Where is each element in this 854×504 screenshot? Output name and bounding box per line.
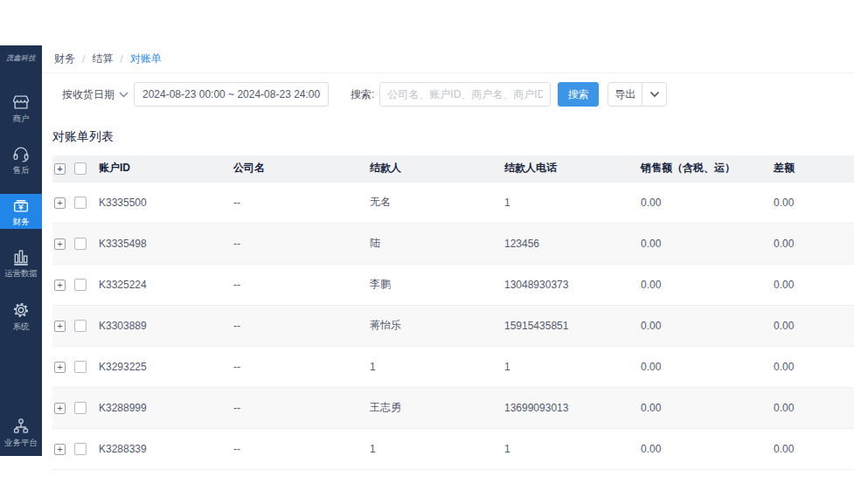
row-checkbox[interactable] <box>74 443 87 455</box>
expand-row-button[interactable]: + <box>54 362 66 373</box>
cell-sales: 0.00 <box>641 346 774 387</box>
app-window: 茂鑫科技 商户 售后 财务 运营数据 系统 业务平台 财务 / 结算 / 对账单 <box>0 0 854 504</box>
cell-account-id: K3303889 <box>99 305 233 346</box>
expand-row-button[interactable]: + <box>54 197 66 209</box>
sidebar-item-label: 系统 <box>13 321 30 332</box>
bar-chart-icon <box>10 247 31 266</box>
statement-table-body: + K3335500 -- 无名 1 0.00 0.00 + K3335498 … <box>52 182 854 469</box>
table-row: + K3335500 -- 无名 1 0.00 0.00 <box>52 182 854 223</box>
cell-account-id: K3293225 <box>99 346 233 387</box>
row-checkbox[interactable] <box>74 279 87 291</box>
storefront-icon <box>10 93 31 112</box>
cell-sales: 0.00 <box>641 387 774 428</box>
select-all-checkbox[interactable] <box>74 162 87 175</box>
sidebar-item-business-platform[interactable]: 业务平台 <box>0 415 42 450</box>
statement-table: + 账户ID 公司名 结款人 结款人电话 销售额（含税、运） 差额 + K333… <box>52 155 854 470</box>
row-checkbox[interactable] <box>74 320 87 332</box>
export-split-button: 导出 <box>608 82 667 107</box>
table-row: + K3303889 -- 蒋怡乐 15915435851 0.00 0.00 <box>52 305 854 346</box>
expand-row-button[interactable]: + <box>54 403 66 414</box>
cell-company: -- <box>233 305 370 346</box>
row-checkbox[interactable] <box>74 197 87 209</box>
cell-account-id: K3325224 <box>99 264 233 305</box>
cell-diff: 0.00 <box>774 305 854 346</box>
expand-row-button[interactable]: + <box>54 238 66 250</box>
cell-payee: 王志勇 <box>370 387 504 428</box>
gear-icon <box>10 300 31 320</box>
cell-company: -- <box>233 346 370 387</box>
cell-payee: 蒋怡乐 <box>370 305 504 346</box>
cell-diff: 0.00 <box>774 346 854 387</box>
cell-diff: 0.00 <box>774 264 854 305</box>
search-label: 搜索: <box>351 87 374 102</box>
date-type-dropdown[interactable]: 按收货日期 <box>62 87 128 102</box>
cell-diff: 0.00 <box>774 223 854 264</box>
filter-bar: 按收货日期 2024-08-23 00:00 ~ 2024-08-23 24:0… <box>42 73 854 117</box>
cell-payee: 1 <box>370 346 504 387</box>
cell-diff: 0.00 <box>774 428 854 469</box>
search-input[interactable] <box>379 82 551 107</box>
main-content: 财务 / 结算 / 对账单 按收货日期 2024-08-23 00:00 ~ 2… <box>42 45 854 504</box>
sidebar-item-finance[interactable]: 财务 <box>0 194 42 229</box>
row-checkbox[interactable] <box>74 402 87 414</box>
column-header-sales: 销售额（含税、运） <box>641 155 774 182</box>
sidebar-item-system[interactable]: 系统 <box>0 299 42 334</box>
sidebar-item-operations-data[interactable]: 运营数据 <box>0 245 42 280</box>
sidebar-nav: 商户 售后 财务 运营数据 系统 业务平台 <box>0 91 42 450</box>
table-row: + K3335498 -- 陆 123456 0.00 0.00 <box>52 223 854 264</box>
app-logo: 茂鑫科技 <box>0 45 42 70</box>
column-header-payee: 结款人 <box>370 155 504 182</box>
sidebar-item-label: 商户 <box>13 113 30 124</box>
breadcrumb-item-finance[interactable]: 财务 <box>54 52 75 66</box>
export-button[interactable]: 导出 <box>608 82 642 107</box>
expand-all-button[interactable]: + <box>54 163 66 175</box>
cell-payee-phone: 1 <box>504 428 641 469</box>
row-checkbox[interactable] <box>74 238 87 250</box>
table-row: + K3288999 -- 王志勇 13699093013 0.00 0.00 <box>52 387 854 428</box>
column-header-account-id: 账户ID <box>99 155 233 182</box>
column-header-payee-phone: 结款人电话 <box>504 155 641 182</box>
breadcrumb-separator: / <box>82 53 85 66</box>
sidebar-item-label: 财务 <box>13 216 30 227</box>
cell-account-id: K3288999 <box>99 387 233 428</box>
expand-row-button[interactable]: + <box>54 444 66 455</box>
cell-company: -- <box>233 182 370 223</box>
cell-sales: 0.00 <box>641 182 774 223</box>
cell-sales: 0.00 <box>641 428 774 469</box>
cell-company: -- <box>233 387 370 428</box>
date-range-input[interactable]: 2024-08-23 00:00 ~ 2024-08-23 24:00 <box>134 82 329 107</box>
table-row: + K3288339 -- 1 1 0.00 0.00 <box>52 428 854 469</box>
table-header-row: + 账户ID 公司名 结款人 结款人电话 销售额（含税、运） 差额 <box>52 155 854 182</box>
cell-payee-phone: 13699093013 <box>504 387 641 428</box>
table-row: + K3325224 -- 李鹏 13048930373 0.00 0.00 <box>52 264 854 305</box>
sidebar: 茂鑫科技 商户 售后 财务 运营数据 系统 业务平台 <box>0 45 42 456</box>
sidebar-item-aftersale[interactable]: 售后 <box>0 142 42 177</box>
expand-row-button[interactable]: + <box>54 321 66 332</box>
cell-payee: 李鹏 <box>370 264 504 305</box>
cell-payee-phone: 13048930373 <box>504 264 641 305</box>
cell-sales: 0.00 <box>641 223 774 264</box>
column-header-diff: 差额 <box>774 155 854 182</box>
date-type-label: 按收货日期 <box>62 87 115 102</box>
table-row: + K3293225 -- 1 1 0.00 0.00 <box>52 346 854 387</box>
export-dropdown-button[interactable] <box>642 82 667 107</box>
cell-sales: 0.00 <box>641 264 774 305</box>
org-network-icon <box>10 417 31 436</box>
breadcrumb: 财务 / 结算 / 对账单 <box>42 45 854 73</box>
chevron-down-icon <box>119 92 128 98</box>
sidebar-item-merchant[interactable]: 商户 <box>0 91 42 126</box>
cell-diff: 0.00 <box>774 387 854 428</box>
sidebar-item-label: 售后 <box>13 164 30 176</box>
cell-payee: 陆 <box>370 223 504 264</box>
search-button[interactable]: 搜索 <box>558 82 599 107</box>
breadcrumb-item-settlement[interactable]: 结算 <box>92 52 113 66</box>
cell-payee: 1 <box>370 428 504 469</box>
cell-company: -- <box>233 223 370 264</box>
expand-row-button[interactable]: + <box>54 280 66 291</box>
column-header-company: 公司名 <box>233 155 370 182</box>
cell-account-id: K3288339 <box>99 428 233 469</box>
breadcrumb-item-statement: 对账单 <box>130 52 162 66</box>
row-checkbox[interactable] <box>74 361 87 373</box>
cell-payee: 无名 <box>370 182 504 223</box>
cell-account-id: K3335498 <box>99 223 233 264</box>
